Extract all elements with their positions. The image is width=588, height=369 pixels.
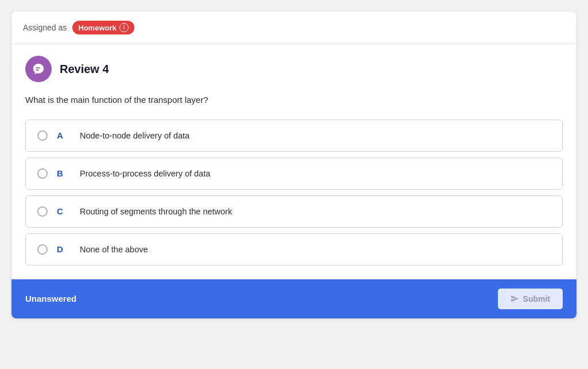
assigned-as-label: Assigned as [23,23,67,32]
unanswered-status: Unanswered [25,294,76,303]
option-c[interactable]: C Routing of segments through the networ… [25,195,563,228]
option-a[interactable]: A Node-to-node delivery of data [25,120,563,152]
question-text: What is the main function of the transpo… [25,94,563,107]
homework-badge: Homework i [72,21,134,34]
option-a-text: Node-to-node delivery of data [80,131,189,140]
info-icon: i [119,23,129,32]
option-d[interactable]: D None of the above [25,233,563,266]
option-b-text: Process-to-process delivery of data [80,169,210,178]
radio-d[interactable] [37,244,48,255]
header-bar: Assigned as Homework i [11,11,577,44]
radio-a[interactable] [37,130,48,141]
send-icon [510,294,519,303]
quiz-card: Assigned as Homework i Review 4 What is … [11,11,577,318]
chat-icon [32,63,45,75]
option-c-letter: C [57,206,71,216]
content-area: Review 4 What is the main function of th… [11,44,577,279]
radio-c[interactable] [37,206,48,217]
options-list: A Node-to-node delivery of data B Proces… [25,120,563,266]
review-title: Review 4 [60,63,109,76]
option-b-letter: B [57,168,71,178]
option-d-letter: D [57,244,71,254]
option-d-text: None of the above [80,245,148,254]
send-svg [510,294,519,303]
submit-label: Submit [523,294,550,303]
option-a-letter: A [57,130,71,140]
footer-bar: Unanswered Submit [11,279,577,318]
review-header: Review 4 [25,56,563,82]
review-icon [25,56,52,82]
radio-b[interactable] [37,168,48,179]
homework-badge-text: Homework [78,24,116,32]
option-b[interactable]: B Process-to-process delivery of data [25,157,563,190]
submit-button[interactable]: Submit [498,289,563,309]
option-c-text: Routing of segments through the network [80,207,232,216]
